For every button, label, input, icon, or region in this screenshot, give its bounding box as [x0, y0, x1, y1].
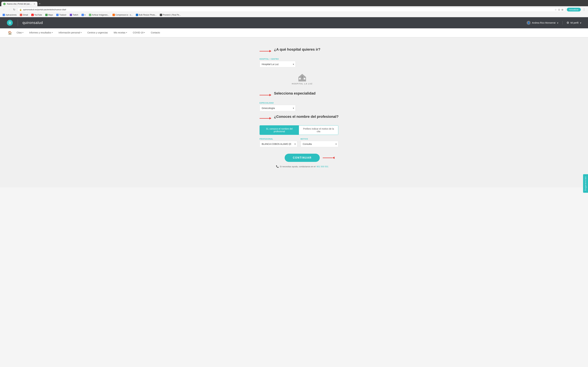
toggle-yes-button[interactable]: Sí, conozco el nombre del profesional [260, 125, 299, 135]
fields-row: PROFESIONAL BLANCA COBOS ALAMO (EQ.DR.AL… [259, 138, 338, 147]
profesional-section-header: ¿Conoces el nombre del profesional? [259, 115, 345, 122]
hospital-section: ¿A qué hospital quieres ir? HOSPITAL / C… [259, 47, 345, 88]
hospital-section-title: ¿A qué hospital quieres ir? [274, 47, 320, 52]
nav-item-contacto[interactable]: Contacto [148, 28, 163, 37]
help-text-label: Si necesitas ayuda, contáctanos en el [280, 165, 315, 168]
especialidad-arrow [259, 94, 271, 96]
arrow-head [269, 50, 271, 52]
header-user[interactable]: 👤 Andrea Rico Monserrat ∨ [527, 21, 558, 25]
arrow-head-3 [269, 117, 271, 119]
bookmark-twitch[interactable]: 📺 Twitch [69, 13, 79, 17]
continuar-arrow-line [323, 158, 333, 158]
forward-button[interactable]: → [7, 8, 11, 12]
bookmark-achicar[interactable]: A Achicar Imágenes... [88, 13, 110, 17]
refresh-action[interactable]: Actualizar [567, 8, 581, 11]
tab-title: Nueva cita | Portal del paciente [7, 3, 32, 5]
bulk-favicon: B [136, 14, 138, 16]
arrow-head-2 [269, 94, 271, 96]
cast-icon[interactable]: ⊡ [558, 8, 560, 11]
bookmark-youtube[interactable]: ▶ YouTube [31, 13, 43, 17]
nav-centros-label: Centros y urgencias [87, 31, 108, 34]
especialidad-form-group: ESPECIALIDAD Ginecología ▾ [259, 102, 345, 111]
profile-chevron: ∨ [580, 21, 581, 24]
profesional-section-title: ¿Conoces el nombre del profesional? [274, 115, 339, 119]
profesional-section: ¿Conoces el nombre del profesional? Sí, … [259, 115, 345, 147]
nav-item-covid[interactable]: COVID-19 ▾ [130, 28, 148, 37]
bookmark-compressor[interactable]: C Compressor.io - o... [112, 13, 133, 17]
extension-icon[interactable]: ⊞ [562, 8, 563, 11]
nav-item-citas[interactable]: Citas ▾ [14, 28, 26, 37]
website: Q quironsalud 👤 Andrea Rico Monserrat ∨ … [0, 17, 588, 187]
especialidad-section: Selecciona especialidad ESPECIALIDAD Gin… [259, 91, 345, 111]
star-icon[interactable]: ☆ [555, 8, 557, 11]
tab-bar: ✦ Nueva cita | Portal del paciente × + [0, 0, 588, 6]
header-right: 👤 Andrea Rico Monserrat ∨ ⚙ Mi perfil ∨ [527, 21, 581, 25]
nav-home-button[interactable]: 🏠 [7, 30, 13, 36]
bookmark-proctor[interactable]: P ProctorU | Real Pe... [159, 13, 182, 17]
active-tab[interactable]: ✦ Nueva cita | Portal del paciente × [1, 2, 37, 6]
especialidad-section-title: Selecciona especialidad [274, 91, 315, 96]
bookmark-youtube-label: YouTube [34, 14, 42, 16]
hospital-section-header: ¿A qué hospital quieres ir? [259, 47, 345, 55]
sugerencias-tab[interactable]: Sugerencias [583, 174, 588, 187]
motivo-select[interactable]: Consulta [301, 141, 338, 147]
hospital-name-display: HOSPITAL LA LUZ [292, 83, 312, 85]
address-bar[interactable]: 🔒 quironsalud.es/portal-paciente/es/nuev… [17, 8, 565, 12]
logo-area: Q quironsalud [7, 19, 43, 26]
tab-favicon: ✦ [3, 3, 6, 5]
nav-citas-chevron: ▾ [23, 32, 23, 33]
window1 [299, 78, 301, 79]
compressor-favicon: C [112, 14, 115, 16]
nav-item-informes[interactable]: Informes y resultados ▾ [26, 28, 55, 37]
maps-favicon: 📍 [45, 14, 48, 16]
bookmark-gmail[interactable]: M Gmail [19, 13, 28, 17]
nav-personal-label: Información personal [59, 31, 80, 34]
profesional-arrow [259, 117, 271, 119]
nav-contacto-label: Contacto [151, 31, 160, 34]
continuar-section: CONTINUAR 📞 Si necesitas ayuda, contácta… [259, 154, 345, 168]
refresh-button[interactable]: ↻ [12, 7, 16, 12]
bookmark-translate[interactable]: T Traducir [56, 13, 67, 17]
profesional-select-wrapper: BLANCA COBOS ALAMO (EQ.DR.ALBI) ▾ [259, 141, 297, 147]
logo-text: quironsalud [23, 21, 43, 25]
nav-item-recetas[interactable]: Mis recetas ▾ [111, 28, 130, 37]
bookmark-n-label: n [85, 14, 86, 16]
site-nav: 🏠 Citas ▾ Informes y resultados ▾ Inform… [0, 28, 588, 38]
hospital-arrow [259, 50, 271, 52]
hospital-building-icon [298, 74, 306, 81]
menu-button[interactable]: ⋮ [582, 7, 586, 12]
help-phone-link[interactable]: 901 500 501 [317, 165, 328, 168]
toggle-no-button[interactable]: Prefiero indicar el motivo de la cita [299, 125, 338, 135]
bookmark-n[interactable]: n n [81, 13, 86, 17]
phone-icon: 📞 [276, 165, 279, 168]
nav-covid-label: COVID-19 [133, 31, 144, 34]
profesional-select[interactable]: BLANCA COBOS ALAMO (EQ.DR.ALBI) [259, 141, 297, 147]
hospital-select[interactable]: Hospital La Luz [259, 61, 296, 67]
logo-divider [18, 19, 18, 26]
bookmark-maps[interactable]: 📍 Maps [45, 13, 54, 17]
bookmarks-bar: ⋮⋮ Aplicaciones M Gmail ▶ YouTube 📍 Maps… [0, 13, 588, 17]
profesional-field-group: PROFESIONAL BLANCA COBOS ALAMO (EQ.DR.AL… [259, 138, 297, 147]
antenna [302, 76, 303, 78]
hospital-select-wrapper: Hospital La Luz ▾ [259, 61, 296, 67]
user-name: Andrea Rico Monserrat [532, 21, 555, 24]
continuar-button[interactable]: CONTINUAR [285, 154, 320, 162]
bookmark-apps-label: Aplicaciones [6, 14, 17, 16]
arrow-line [259, 51, 269, 51]
especialidad-select[interactable]: Ginecología [259, 105, 296, 111]
arrow-line-3 [259, 118, 269, 119]
motivo-label: MOTIVO [301, 138, 338, 140]
nav-item-personal[interactable]: Información personal ▾ [56, 28, 84, 37]
bookmark-bulk[interactable]: B Bulk Resize Photo... [135, 13, 157, 17]
new-tab-button[interactable]: + [37, 1, 42, 6]
header-profile[interactable]: ⚙ Mi perfil ∨ [562, 21, 581, 25]
browser-chrome: ✦ Nueva cita | Portal del paciente × + ←… [0, 0, 588, 17]
achicar-favicon: A [89, 14, 91, 16]
tab-close-button[interactable]: × [34, 3, 35, 5]
bookmark-apps[interactable]: ⋮⋮ Aplicaciones [2, 13, 17, 17]
continuar-wrapper: CONTINUAR [285, 154, 320, 162]
bookmark-twitch-label: Twitch [73, 14, 78, 16]
bookmark-bulk-label: Bulk Resize Photo... [139, 14, 156, 16]
nav-item-centros[interactable]: Centros y urgencias [85, 28, 111, 37]
back-button[interactable]: ← [2, 8, 6, 12]
